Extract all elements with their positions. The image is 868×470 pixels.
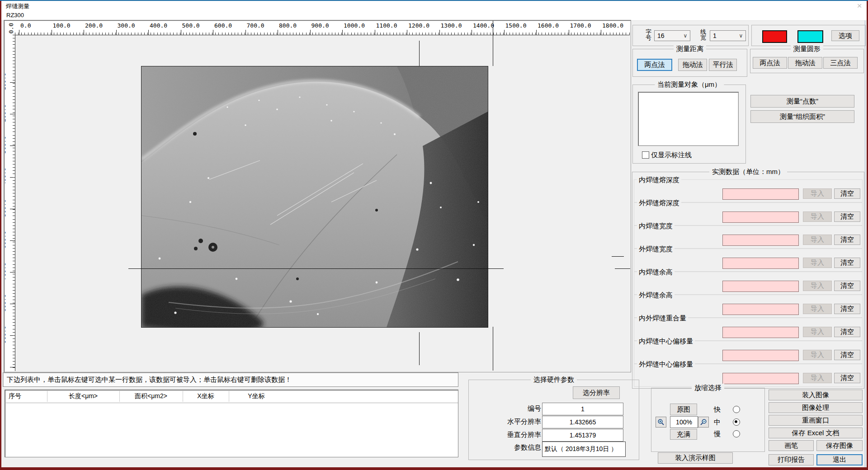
method-button[interactable]: 两点法 bbox=[753, 57, 787, 69]
list-instruction: 下边列表中，单击鼠标左键可选中某一行数据，该数据可被导入；单击鼠标右键可删除该数… bbox=[3, 372, 458, 387]
speed-label: 快 bbox=[714, 405, 721, 414]
speed-radio[interactable] bbox=[733, 406, 740, 413]
result-list[interactable]: 序号长度<μm>面积<μm2>X坐标Y坐标 bbox=[5, 390, 458, 457]
ruler-label: 100.0 bbox=[53, 22, 71, 29]
weld-image[interactable] bbox=[141, 66, 488, 328]
measured-value-field[interactable] bbox=[722, 327, 799, 338]
print-report-button[interactable]: 打印报告 bbox=[769, 454, 814, 465]
measured-row-label: 内焊缝中心偏移量 bbox=[637, 337, 695, 346]
import-button[interactable]: 导入 bbox=[803, 373, 832, 383]
font-size-dropdown[interactable]: 16 ∨ bbox=[654, 30, 690, 41]
method-button[interactable]: 三点法 bbox=[823, 57, 858, 69]
method-button[interactable]: 两点法 bbox=[637, 59, 672, 71]
hardware-field-value[interactable]: 1 bbox=[542, 403, 623, 415]
hardware-field-value[interactable]: 1.432665 bbox=[542, 416, 623, 428]
close-icon[interactable]: × bbox=[853, 1, 866, 11]
magnifier-minus-icon[interactable] bbox=[698, 417, 709, 428]
measured-value-field[interactable] bbox=[722, 235, 799, 246]
exit-button[interactable]: 退出 bbox=[816, 454, 863, 465]
clear-button[interactable]: 清空 bbox=[834, 235, 860, 245]
save-image-button[interactable]: 保存图像 bbox=[816, 440, 863, 451]
measured-value-field[interactable] bbox=[722, 212, 799, 223]
ruler-major-tick bbox=[10, 209, 15, 209]
speed-radio[interactable] bbox=[733, 430, 740, 437]
clear-button[interactable]: 清空 bbox=[834, 212, 860, 222]
measured-row-label: 内外焊缝重合量 bbox=[637, 314, 688, 323]
measured-value-field[interactable] bbox=[722, 281, 799, 292]
import-button[interactable]: 导入 bbox=[803, 281, 832, 291]
ruler-label: 700.0 bbox=[247, 22, 264, 29]
speed-label: 中 bbox=[714, 418, 721, 427]
import-button[interactable]: 导入 bbox=[803, 235, 832, 245]
save-excel-button[interactable]: 保存 Excel 文档 bbox=[769, 428, 863, 438]
app-window: 焊缝测量 × RZ300 0.0 0.0 100.0 200.0 300.0 4… bbox=[0, 0, 868, 470]
pen-button[interactable]: 画笔 bbox=[769, 440, 814, 451]
list-header-cell[interactable]: X坐标 bbox=[185, 392, 226, 400]
options-button[interactable]: 选项 bbox=[831, 30, 859, 41]
load-image-button[interactable]: 装入图像 bbox=[769, 390, 863, 400]
list-header-cell[interactable]: 长度<μm> bbox=[63, 392, 104, 400]
import-button[interactable]: 导入 bbox=[803, 212, 832, 222]
measure-hline-dash-upper bbox=[612, 256, 624, 257]
hardware-field-value[interactable]: 默认（ 2018年3月10日 ） bbox=[542, 442, 626, 457]
import-button[interactable]: 导入 bbox=[803, 350, 832, 360]
hardware-field-label: 编号 bbox=[528, 404, 541, 413]
ruler-major-tick bbox=[407, 30, 407, 35]
redraw-window-button[interactable]: 重画窗口 bbox=[769, 415, 863, 426]
import-button[interactable]: 导入 bbox=[803, 258, 832, 268]
clear-button[interactable]: 清空 bbox=[834, 327, 860, 337]
measured-value-field[interactable] bbox=[722, 350, 799, 361]
list-header-cell[interactable]: Y坐标 bbox=[236, 392, 277, 400]
line-width-dropdown[interactable]: 1 ∨ bbox=[710, 30, 746, 41]
ruler-label: 1200.0 bbox=[408, 22, 429, 29]
menu-bar: RZ300 bbox=[1, 10, 867, 21]
clear-button[interactable]: 清空 bbox=[834, 304, 860, 314]
clear-button[interactable]: 清空 bbox=[834, 373, 860, 383]
zoom-percent-field[interactable]: 100% bbox=[670, 416, 698, 428]
ruler-label: 800.0 bbox=[279, 22, 297, 29]
title-bar: 焊缝测量 × bbox=[1, 1, 867, 10]
hardware-field-value[interactable]: 1.451379 bbox=[542, 429, 623, 442]
measured-value-field[interactable] bbox=[722, 304, 799, 315]
show-annotation-only-checkbox[interactable] bbox=[642, 151, 649, 159]
zoom-original-button[interactable]: 原图 bbox=[670, 404, 697, 415]
import-button[interactable]: 导入 bbox=[803, 188, 832, 199]
import-button[interactable]: 导入 bbox=[803, 304, 832, 314]
method-button[interactable]: 拖动法 bbox=[788, 57, 822, 69]
ruler-label: 400.0 bbox=[5, 168, 7, 185]
clear-button[interactable]: 清空 bbox=[834, 188, 860, 199]
clear-button[interactable]: 清空 bbox=[834, 281, 860, 291]
choose-resolution-button[interactable]: 选分辨率 bbox=[573, 386, 620, 399]
ruler-major-tick bbox=[504, 30, 505, 35]
weld-image-graphic bbox=[142, 66, 488, 327]
measure-vline-top bbox=[419, 41, 420, 66]
measure-area-button[interactable]: 测量“组织面积” bbox=[750, 110, 854, 123]
cyan-color-swatch[interactable] bbox=[797, 30, 823, 43]
measured-value-field[interactable] bbox=[722, 258, 799, 269]
menu-item-rz300[interactable]: RZ300 bbox=[6, 12, 24, 19]
measure-points-button[interactable]: 测量“点数” bbox=[750, 95, 854, 108]
red-color-swatch[interactable] bbox=[762, 30, 787, 43]
zoom-fill-button[interactable]: 充满 bbox=[670, 429, 697, 440]
current-object-listbox[interactable] bbox=[638, 92, 739, 146]
clear-button[interactable]: 清空 bbox=[834, 258, 860, 268]
speed-radio[interactable] bbox=[733, 418, 740, 426]
import-button[interactable]: 导入 bbox=[803, 327, 832, 337]
clear-button[interactable]: 清空 bbox=[834, 350, 860, 360]
list-header-cell[interactable]: 面积<μm2> bbox=[131, 392, 171, 400]
process-image-button[interactable]: 图像处理 bbox=[769, 402, 863, 413]
load-demo-button[interactable]: 装入演示样图 bbox=[658, 452, 733, 464]
ruler-label: 900.0 bbox=[311, 22, 329, 29]
method-button[interactable]: 平行法 bbox=[709, 59, 737, 71]
magnifier-plus-icon[interactable] bbox=[656, 417, 666, 428]
window-border-bottom bbox=[0, 467, 868, 470]
ruler-major-tick bbox=[601, 30, 601, 35]
ruler-corner-label: 0.0 bbox=[8, 23, 14, 33]
ruler-label: 600.0 bbox=[214, 22, 232, 29]
list-header-cell[interactable]: 序号 bbox=[9, 392, 21, 400]
measured-value-field[interactable] bbox=[722, 373, 799, 384]
ruler-major-tick bbox=[10, 367, 15, 367]
line-width-label: 线宽 bbox=[700, 29, 706, 41]
measured-value-field[interactable] bbox=[722, 188, 799, 200]
method-button[interactable]: 拖动法 bbox=[678, 59, 707, 71]
